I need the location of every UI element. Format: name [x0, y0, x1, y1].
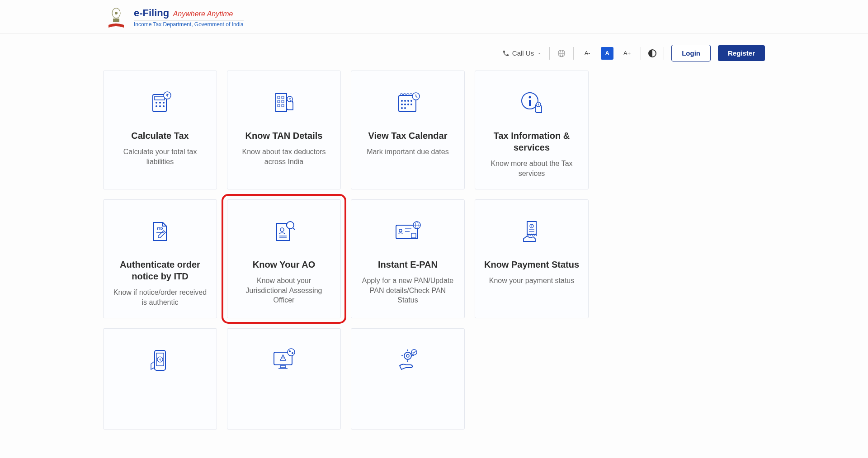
svg-point-32: [407, 100, 409, 102]
svg-point-11: [156, 105, 157, 107]
calendar-icon: [391, 86, 425, 119]
svg-point-37: [410, 104, 412, 105]
svg-rect-22: [282, 104, 284, 107]
card-desc: Apply for a new PAN/Update PAN details/C…: [359, 276, 456, 305]
svg-point-74: [289, 350, 291, 352]
svg-point-77: [406, 354, 409, 357]
card-know-your-ao[interactable]: Know Your AO Know about your Jurisdictio…: [227, 199, 341, 318]
logo-text: e-Filing Anywhere Anytime Income Tax Dep…: [134, 7, 244, 28]
svg-rect-43: [529, 100, 531, 106]
svg-point-31: [404, 100, 406, 102]
svg-point-9: [159, 102, 161, 104]
info-icon: ₹: [514, 86, 549, 119]
chevron-down-icon: [537, 51, 542, 56]
login-button[interactable]: Login: [671, 45, 711, 61]
svg-rect-19: [278, 100, 280, 103]
svg-rect-70: [280, 366, 286, 368]
svg-point-1: [115, 12, 118, 14]
svg-point-38: [401, 107, 403, 109]
document-pen-icon: ITD: [143, 215, 177, 248]
card-desc: Know about tax deductors across India: [236, 147, 332, 166]
svg-point-73: [288, 349, 295, 356]
svg-point-54: [399, 229, 402, 232]
svg-point-12: [159, 105, 161, 107]
call-us-dropdown[interactable]: Call Us: [502, 49, 542, 57]
svg-point-35: [404, 104, 406, 105]
card-monitor-warning[interactable]: [227, 328, 341, 430]
svg-rect-57: [411, 233, 416, 238]
card-gear-hand[interactable]: [351, 328, 465, 430]
svg-point-33: [410, 100, 412, 102]
svg-point-34: [401, 104, 403, 105]
epan-card-icon: [391, 215, 425, 248]
toolbar: Call Us A- A A+ Login Register: [0, 34, 868, 71]
card-desc: Calculate your total tax liabilities: [112, 147, 208, 166]
svg-text:₹: ₹: [166, 93, 169, 98]
svg-rect-7: [155, 96, 165, 100]
svg-rect-18: [282, 96, 284, 99]
svg-point-30: [401, 100, 403, 102]
gear-hand-icon: [391, 344, 425, 377]
svg-text:ITD: ITD: [157, 227, 163, 231]
svg-text:₹: ₹: [159, 358, 161, 361]
svg-point-36: [407, 104, 409, 105]
card-payment-status[interactable]: ₹ Know Payment Status Know your payment …: [475, 199, 589, 318]
contrast-toggle-icon[interactable]: [648, 49, 656, 57]
card-tax-calendar[interactable]: View Tax Calendar Mark important due dat…: [351, 71, 465, 189]
svg-rect-17: [278, 96, 280, 99]
phone-icon: [502, 50, 509, 57]
divider: [549, 47, 550, 60]
card-calculate-tax[interactable]: ₹ Calculate Tax Calculate your total tax…: [103, 71, 217, 189]
calculator-icon: ₹: [143, 86, 177, 119]
font-decrease-button[interactable]: A-: [581, 47, 594, 60]
divider: [664, 47, 664, 60]
svg-point-76: [404, 352, 411, 359]
divider: [641, 47, 641, 60]
svg-point-42: [529, 96, 531, 99]
svg-point-8: [156, 102, 157, 104]
monitor-warn-icon: [267, 344, 301, 377]
receipt-hand-icon: ₹: [514, 215, 549, 248]
register-button[interactable]: Register: [718, 45, 765, 61]
card-desc: Mark important due dates: [367, 147, 448, 157]
globe-icon[interactable]: [557, 49, 566, 58]
card-title: Tax Information & services: [483, 130, 580, 153]
card-tax-info[interactable]: ₹ Tax Information & services Know more a…: [475, 71, 589, 189]
card-desc: Know your payment status: [489, 276, 575, 286]
card-title: Know TAN Details: [245, 130, 323, 142]
card-desc: Know about your Jurisdictional Assessing…: [236, 276, 332, 305]
divider: [573, 47, 574, 60]
svg-rect-21: [278, 104, 280, 107]
building-icon: ₹: [267, 86, 301, 119]
card-authenticate-notice[interactable]: ITD Authenticate order notice by ITD Kno…: [103, 199, 217, 318]
services-grid: ₹ Calculate Tax Calculate your total tax…: [0, 71, 868, 430]
card-title: Know Payment Status: [484, 259, 579, 270]
profile-search-icon: [267, 215, 301, 248]
svg-rect-2: [113, 19, 119, 22]
svg-point-13: [163, 105, 165, 107]
phone-rupee-icon: ₹: [143, 344, 177, 377]
svg-rect-20: [282, 100, 284, 103]
emblem-logo: [103, 6, 129, 29]
card-desc: Know more about the Tax services: [483, 159, 580, 178]
card-instant-epan[interactable]: Instant E-PAN Apply for a new PAN/Update…: [351, 199, 465, 318]
site-title: e-Filing: [134, 7, 169, 19]
card-know-tan[interactable]: ₹ Know TAN Details Know about tax deduct…: [227, 71, 341, 189]
site-subtitle: Income Tax Department, Government of Ind…: [134, 20, 244, 28]
card-title: Instant E-PAN: [378, 259, 438, 270]
svg-text:₹: ₹: [531, 225, 533, 228]
header: e-Filing Anywhere Anytime Income Tax Dep…: [0, 0, 868, 34]
card-title: Authenticate order notice by ITD: [112, 259, 208, 282]
card-title: View Tax Calendar: [368, 130, 448, 142]
card-title: Know Your AO: [253, 259, 316, 270]
call-us-label: Call Us: [512, 49, 534, 57]
font-increase-button[interactable]: A+: [621, 47, 633, 60]
svg-point-10: [163, 102, 165, 104]
svg-point-75: [292, 352, 293, 354]
card-title: Calculate Tax: [131, 130, 189, 142]
card-mobile-rupee[interactable]: ₹: [103, 328, 217, 430]
svg-point-39: [404, 107, 406, 109]
svg-text:₹: ₹: [289, 98, 291, 102]
svg-line-52: [293, 228, 295, 230]
font-normal-button[interactable]: A: [601, 47, 613, 60]
